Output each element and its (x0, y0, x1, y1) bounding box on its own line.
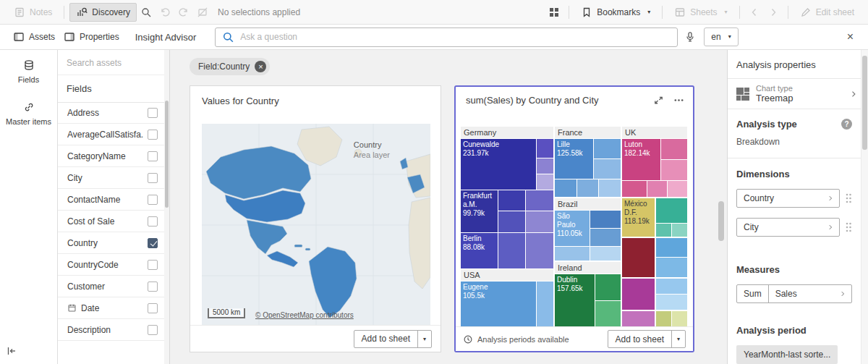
language-dropdown[interactable]: en ▾ (704, 27, 738, 46)
treemap-cell[interactable] (555, 179, 576, 197)
collapse-panel-button[interactable] (6, 345, 17, 357)
treemap-cell[interactable] (647, 181, 667, 197)
field-row[interactable]: Description (58, 319, 164, 341)
treemap-cell[interactable] (656, 258, 687, 277)
treemap-cell[interactable] (526, 211, 553, 232)
voice-input-button[interactable] (684, 31, 696, 43)
add-to-sheet-button[interactable]: Add to sheet ▾ (354, 330, 432, 348)
treemap-cell[interactable]: Berlin88.08k (461, 233, 498, 268)
chevron-down-icon[interactable]: ▾ (671, 331, 685, 347)
treemap-cell[interactable] (498, 190, 525, 211)
field-row[interactable]: Date (58, 297, 164, 319)
measure-sum-sales[interactable]: Sum Sales (736, 284, 852, 303)
edit-sheet-button[interactable]: Edit sheet (793, 3, 861, 22)
treemap-cell[interactable] (661, 139, 687, 159)
expand-chart-button[interactable] (653, 95, 664, 106)
field-row[interactable]: AverageCallSatisfa... (58, 124, 164, 145)
treemap-cell[interactable] (498, 211, 525, 232)
treemap-cell[interactable] (590, 229, 621, 246)
help-icon[interactable]: ? (841, 119, 852, 130)
treemap-cell[interactable] (622, 311, 655, 327)
sidebar-item-master-items[interactable]: Master items (0, 92, 57, 134)
treemap-cell[interactable] (590, 247, 621, 261)
remove-chip-icon[interactable]: × (255, 61, 266, 72)
chevron-down-icon[interactable]: ▾ (417, 331, 431, 347)
field-row[interactable]: City (58, 167, 164, 189)
chart-type-row[interactable]: Chart type Treemap (728, 79, 861, 109)
field-checkbox[interactable] (148, 173, 158, 183)
treemap-cell[interactable] (672, 224, 687, 237)
country-map[interactable]: Country Area layer 5000 km © OpenStreetM… (202, 124, 430, 326)
treemap-cell[interactable] (595, 301, 621, 327)
treemap-group-header[interactable]: USA (461, 269, 553, 281)
properties-scrollbar[interactable] (861, 50, 868, 364)
field-checkbox[interactable] (148, 238, 158, 248)
treemap-cell[interactable] (526, 190, 553, 211)
dimension-country[interactable]: Country (736, 189, 840, 208)
analysis-period-button[interactable]: YearMonth-last sorte... (736, 345, 838, 364)
field-checkbox[interactable] (148, 282, 158, 292)
field-row[interactable]: CategoryName (58, 145, 164, 167)
treemap-cell[interactable] (537, 158, 553, 174)
bookmarks-button[interactable]: Bookmarks ▾ (574, 3, 657, 22)
treemap-cell[interactable] (555, 247, 590, 261)
field-row[interactable]: CountryCode (58, 254, 164, 276)
previous-sheet-button[interactable] (745, 3, 764, 22)
map-attribution[interactable]: © OpenStreetMap contributors (255, 311, 354, 319)
assets-toggle-button[interactable]: Assets (9, 28, 59, 46)
treemap-cell[interactable]: Frankfurt a.M.99.79k (461, 190, 498, 232)
field-checkbox[interactable] (148, 216, 158, 227)
treemap-cell[interactable]: São Paulo110.05k (555, 211, 590, 246)
treemap-cell[interactable]: Cunewalde231.97k (461, 139, 536, 190)
treemap-cell[interactable] (656, 238, 687, 257)
field-checkbox[interactable] (148, 303, 158, 313)
field-row[interactable]: Country (58, 232, 164, 254)
more-options-button[interactable] (673, 95, 684, 106)
treemap-cell[interactable] (537, 174, 553, 190)
treemap-group-header[interactable]: Ireland (555, 262, 621, 274)
treemap-cell[interactable] (656, 224, 671, 237)
treemap-cell[interactable] (668, 181, 687, 197)
content-scrollbar-thumb[interactable] (718, 201, 724, 241)
scrollbar-thumb[interactable] (862, 56, 867, 150)
field-checkbox[interactable] (148, 108, 158, 118)
drag-handle-icon[interactable] (845, 221, 852, 233)
properties-toggle-button[interactable]: Properties (59, 28, 124, 46)
search-selections-button[interactable] (137, 3, 156, 22)
treemap-cell[interactable] (622, 238, 655, 277)
treemap-cell[interactable] (622, 279, 655, 310)
search-assets-input[interactable] (67, 58, 161, 68)
notes-button[interactable]: Notes (7, 3, 59, 22)
treemap-cell[interactable] (656, 279, 687, 294)
treemap-cell[interactable]: Lille125.58k (555, 139, 593, 179)
scrollbar-thumb[interactable] (165, 101, 169, 208)
discovery-button[interactable]: Discovery (69, 3, 137, 22)
map-card[interactable]: Values for Country (190, 85, 441, 352)
treemap-cell[interactable] (672, 311, 687, 327)
treemap-cell[interactable]: Dublin157.65k (555, 274, 595, 327)
field-checkbox[interactable] (148, 260, 158, 270)
ask-question-input[interactable] (240, 32, 671, 42)
treemap-cell[interactable] (498, 233, 525, 268)
treemap-cell[interactable] (537, 139, 553, 158)
treemap-cell[interactable] (594, 159, 621, 179)
treemap-group-header[interactable]: UK (622, 127, 687, 138)
treemap-cell[interactable] (656, 295, 687, 310)
selection-chip-field-country[interactable]: Field:Country × (190, 58, 270, 75)
treemap-card[interactable]: sum(Sales) by Country and City GermanyFr… (454, 85, 694, 352)
analysis-periods[interactable]: Analysis periods available (463, 334, 569, 344)
treemap-cell[interactable]: México D.F.118.19k (622, 198, 655, 237)
treemap-cell[interactable] (656, 311, 671, 327)
treemap-cell[interactable]: Eugene105.5k (461, 282, 536, 327)
treemap-group-header[interactable]: Germany (461, 127, 553, 138)
treemap-cell[interactable] (577, 179, 598, 197)
treemap-cell[interactable] (590, 211, 621, 228)
field-row[interactable]: ContactName (58, 189, 164, 211)
sheets-button[interactable]: Sheets ▾ (668, 3, 733, 22)
treemap-cell[interactable] (656, 198, 687, 223)
selections-back-button[interactable] (156, 3, 174, 22)
add-to-sheet-button[interactable]: Add to sheet ▾ (608, 330, 686, 348)
next-sheet-button[interactable] (764, 3, 783, 22)
treemap-cell[interactable] (599, 179, 621, 197)
field-row[interactable]: Customer (58, 276, 164, 297)
